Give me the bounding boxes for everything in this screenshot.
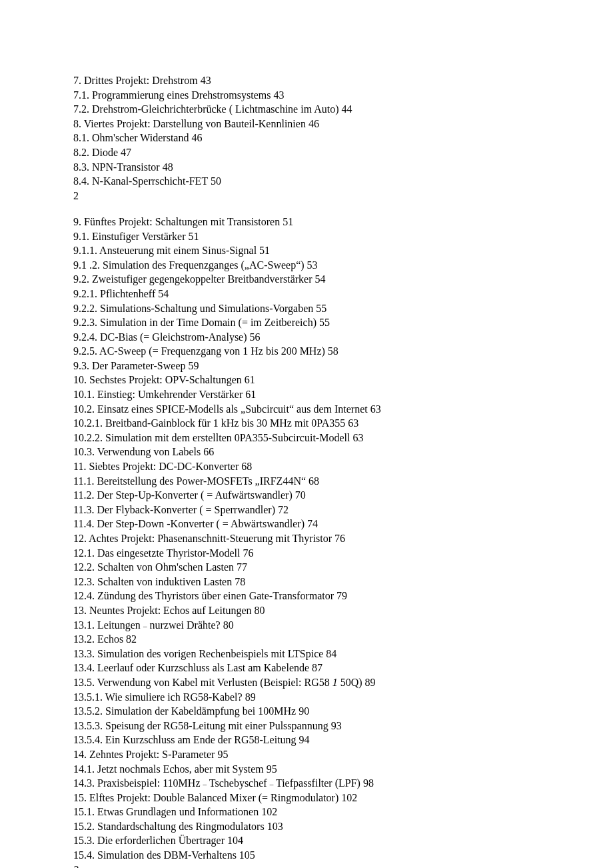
toc-entry: 13. Neuntes Projekt: Echos auf Leitungen…: [73, 603, 540, 618]
toc-entry: 9.2.3. Simulation in der Time Domain (= …: [73, 315, 540, 330]
toc-entry: 8.3. NPN-Transistor 48: [73, 160, 540, 175]
toc-text: 13.1. Leitungen: [73, 619, 143, 631]
toc-entry: 8.4. N-Kanal-Sperrschicht-FET 50: [73, 174, 540, 189]
toc-entry: 13.5.2. Simulation der Kabeldämpfung bei…: [73, 704, 540, 719]
toc-text: 50Q) 89: [338, 677, 376, 688]
toc-entry: 12. Achtes Projekt: Phasenanschnitt-Steu…: [73, 531, 540, 546]
toc-entry: 15.1. Etwas Grundlagen und Informationen…: [73, 805, 540, 819]
toc-entry: 9.2.1. Pflichtenheff 54: [73, 287, 540, 301]
toc-entry: 15.4. Simulation des DBM-Verhaltens 105: [73, 848, 540, 863]
toc-entry: 9.2.5. AC-Sweep (= Frequenzgang von 1 Hz…: [73, 344, 540, 359]
page-break-marker: 2: [73, 189, 540, 203]
toc-entry: 15.2. Standardschaltung des Ringmodulato…: [73, 819, 540, 834]
blank-line: [73, 203, 540, 215]
toc-entry: 9.2.2. Simulations-Schaltung und Simulat…: [73, 301, 540, 316]
italic-text: 1: [332, 677, 338, 688]
toc-entry: 8.2. Diode 47: [73, 145, 540, 160]
toc-entry: 12.2. Schalten von Ohm'schen Lasten 77: [73, 560, 540, 575]
toc-text: 13.5. Verwendung von Kabel mit Verlusten…: [73, 677, 332, 688]
toc-entry: 15.3. Die erforderlichen Übertrager 104: [73, 833, 540, 848]
toc-text: Tschebyschef: [207, 777, 270, 789]
toc-entry: 13.5.4. Ein Kurzschluss am Ende der RG58…: [73, 733, 540, 747]
toc-entry: 10.1. Einstieg: Umkehrender Verstärker 6…: [73, 387, 540, 402]
toc-text: 14.3. Praxisbeispiel: 110MHz: [73, 777, 203, 789]
toc-entry: 13.5. Verwendung von Kabel mit Verlusten…: [73, 675, 540, 690]
toc-entry: 12.4. Zündung des Thyristors über einen …: [73, 589, 540, 603]
toc-entry: 15. Elftes Projekt: Double Balanced Mixe…: [73, 791, 540, 805]
toc-entry: 7. Drittes Projekt: Drehstrom 43: [73, 73, 540, 88]
toc-entry: 11. Siebtes Projekt: DC-DC-Konverter 68: [73, 459, 540, 474]
toc-body: 7. Drittes Projekt: Drehstrom 43 7.1. Pr…: [73, 73, 540, 868]
toc-entry: 10.2.1. Breitband-Gainblock für 1 kHz bi…: [73, 416, 540, 431]
toc-entry: 10. Sechstes Projekt: OPV-Schaltungen 61: [73, 373, 540, 387]
toc-entry: 10.3. Verwendung von Labels 66: [73, 445, 540, 459]
toc-entry: 9.2.4. DC-Bias (= Gleichstrom-Analyse) 5…: [73, 330, 540, 345]
toc-entry: 11.4. Der Step-Down -Konverter ( = Abwär…: [73, 517, 540, 531]
toc-entry: 9.1.1. Ansteuerung mit einem Sinus-Signa…: [73, 243, 540, 258]
toc-entry: 10.2.2. Simulation mit dem erstellten 0P…: [73, 431, 540, 445]
toc-entry: 9.3. Der Parameter-Sweep 59: [73, 359, 540, 373]
toc-entry: 7.2. Drehstrom-Gleichrichterbrücke ( Lic…: [73, 102, 540, 117]
toc-entry: 13.3. Simulation des vorigen Rechenbeisp…: [73, 647, 540, 661]
toc-entry: 13.5.1. Wie simuliere ich RG58-Kabel? 89: [73, 690, 540, 705]
toc-entry: 11.1. Bereitstellung des Power-MOSFETs „…: [73, 474, 540, 489]
toc-entry: 9.1. Einstufiger Verstärker 51: [73, 229, 540, 244]
toc-text: Tiefpassfilter (LPF) 98: [273, 777, 374, 789]
toc-entry: 11.3. Der Flyback-Konverter ( = Sperrwan…: [73, 503, 540, 517]
toc-entry: 8.1. Ohm'scher Widerstand 46: [73, 131, 540, 145]
toc-entry: 9.2. Zweistufiger gegengekoppelter Breit…: [73, 272, 540, 287]
toc-entry: 13.5.3. Speisung der RG58-Leitung mit ei…: [73, 719, 540, 733]
toc-entry: 14.1. Jetzt nochmals Echos, aber mit Sys…: [73, 762, 540, 777]
toc-entry: 7.1. Programmierung eines Drehstromsyste…: [73, 88, 540, 103]
toc-entry: 13.4. Leerlauf oder Kurzschluss als Last…: [73, 661, 540, 675]
toc-entry: 8. Viertes Projekt: Darstellung von Baut…: [73, 117, 540, 131]
toc-entry: 9. Fünftes Projekt: Schaltungen mit Tran…: [73, 215, 540, 229]
toc-entry: 12.1. Das eingesetzte Thyristor-Modell 7…: [73, 546, 540, 561]
toc-text: nurzwei Drähte? 80: [147, 619, 233, 631]
toc-entry: 9.1 .2. Simulation des Frequenzganges („…: [73, 258, 540, 273]
toc-entry: 13.1. Leitungen – nurzwei Drähte? 80: [73, 618, 540, 633]
toc-entry: 10.2. Einsatz eines SPICE-Modells als „S…: [73, 402, 540, 417]
toc-entry: 14.3. Praxisbeispiel: 110MHz – Tschebysc…: [73, 776, 540, 791]
toc-entry: 13.2. Echos 82: [73, 632, 540, 647]
toc-entry: 11.2. Der Step-Up-Konverter ( = Aufwärts…: [73, 488, 540, 503]
toc-entry: 12.3. Schalten von induktiven Lasten 78: [73, 575, 540, 589]
toc-entry: 14. Zehntes Projekt: S-Parameter 95: [73, 747, 540, 762]
page-number: 3: [73, 863, 540, 868]
